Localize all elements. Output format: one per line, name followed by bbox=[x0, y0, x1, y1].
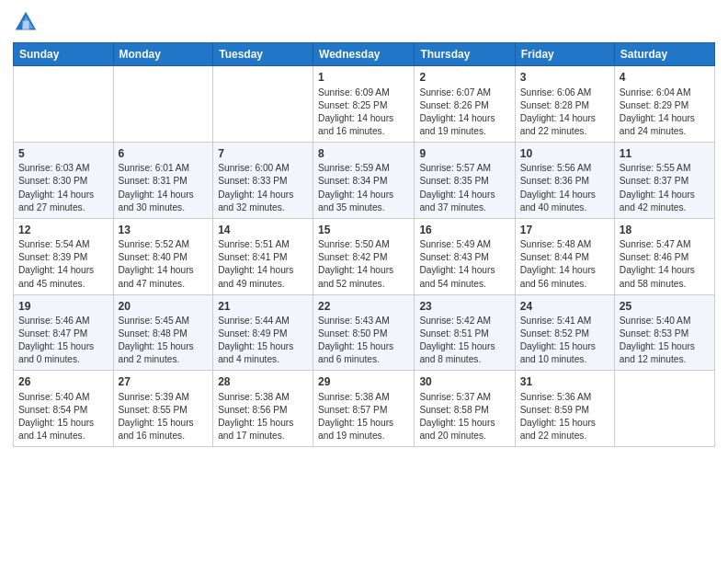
day-number: 17 bbox=[520, 223, 609, 238]
day-number: 31 bbox=[520, 374, 609, 390]
day-number: 15 bbox=[318, 223, 409, 238]
calendar-cell: 13Sunrise: 5:52 AMSunset: 8:40 PMDayligh… bbox=[113, 218, 213, 294]
calendar-cell: 28Sunrise: 5:38 AMSunset: 8:56 PMDayligh… bbox=[213, 371, 313, 447]
day-number: 4 bbox=[620, 70, 710, 86]
calendar-cell: 9Sunrise: 5:57 AMSunset: 8:35 PMDaylight… bbox=[415, 142, 515, 218]
calendar-cell: 12Sunrise: 5:54 AMSunset: 8:39 PMDayligh… bbox=[14, 218, 114, 294]
calendar-week-row: 19Sunrise: 5:46 AMSunset: 8:47 PMDayligh… bbox=[14, 294, 715, 371]
logo bbox=[13, 9, 42, 35]
header bbox=[13, 9, 715, 35]
calendar-cell: 20Sunrise: 5:45 AMSunset: 8:48 PMDayligh… bbox=[113, 294, 213, 371]
day-of-week-header: Thursday bbox=[415, 43, 515, 66]
calendar-cell bbox=[213, 66, 313, 143]
calendar-cell: 22Sunrise: 5:43 AMSunset: 8:50 PMDayligh… bbox=[313, 294, 415, 371]
calendar-cell: 11Sunrise: 5:55 AMSunset: 8:37 PMDayligh… bbox=[614, 142, 714, 218]
day-number: 25 bbox=[620, 299, 710, 315]
calendar-cell: 21Sunrise: 5:44 AMSunset: 8:49 PMDayligh… bbox=[213, 294, 313, 371]
calendar-cell: 19Sunrise: 5:46 AMSunset: 8:47 PMDayligh… bbox=[14, 294, 114, 371]
calendar-cell: 30Sunrise: 5:37 AMSunset: 8:58 PMDayligh… bbox=[415, 371, 515, 447]
day-number: 12 bbox=[18, 223, 108, 238]
day-of-week-header: Monday bbox=[113, 43, 213, 66]
day-number: 21 bbox=[218, 299, 308, 315]
day-number: 26 bbox=[18, 374, 108, 390]
day-number: 19 bbox=[18, 299, 108, 315]
day-number: 24 bbox=[520, 299, 609, 315]
calendar-cell: 23Sunrise: 5:42 AMSunset: 8:51 PMDayligh… bbox=[415, 294, 515, 371]
calendar-cell: 25Sunrise: 5:40 AMSunset: 8:53 PMDayligh… bbox=[614, 294, 714, 371]
calendar-cell: 7Sunrise: 6:00 AMSunset: 8:33 PMDaylight… bbox=[213, 142, 313, 218]
svg-rect-2 bbox=[23, 21, 29, 30]
day-number: 2 bbox=[419, 70, 509, 86]
calendar-week-row: 1Sunrise: 6:09 AMSunset: 8:25 PMDaylight… bbox=[14, 66, 715, 143]
calendar-cell bbox=[113, 66, 213, 143]
calendar-cell: 16Sunrise: 5:49 AMSunset: 8:43 PMDayligh… bbox=[415, 218, 515, 294]
calendar-cell: 5Sunrise: 6:03 AMSunset: 8:30 PMDaylight… bbox=[14, 142, 114, 218]
day-number: 10 bbox=[520, 146, 609, 162]
calendar-cell: 24Sunrise: 5:41 AMSunset: 8:52 PMDayligh… bbox=[515, 294, 614, 371]
page: SundayMondayTuesdayWednesdayThursdayFrid… bbox=[0, 0, 728, 563]
calendar-cell: 15Sunrise: 5:50 AMSunset: 8:42 PMDayligh… bbox=[313, 218, 415, 294]
calendar-cell: 14Sunrise: 5:51 AMSunset: 8:41 PMDayligh… bbox=[213, 218, 313, 294]
calendar-week-row: 26Sunrise: 5:40 AMSunset: 8:54 PMDayligh… bbox=[14, 371, 715, 447]
calendar-cell: 1Sunrise: 6:09 AMSunset: 8:25 PMDaylight… bbox=[313, 66, 415, 143]
day-number: 13 bbox=[119, 223, 209, 238]
day-number: 9 bbox=[419, 146, 509, 162]
day-of-week-header: Sunday bbox=[14, 43, 114, 66]
calendar-cell: 2Sunrise: 6:07 AMSunset: 8:26 PMDaylight… bbox=[415, 66, 515, 143]
calendar-cell: 3Sunrise: 6:06 AMSunset: 8:28 PMDaylight… bbox=[515, 66, 614, 143]
calendar-cell: 4Sunrise: 6:04 AMSunset: 8:29 PMDaylight… bbox=[614, 66, 714, 143]
day-of-week-header: Wednesday bbox=[313, 43, 415, 66]
day-of-week-header: Friday bbox=[515, 43, 614, 66]
day-number: 7 bbox=[218, 146, 308, 162]
calendar-cell: 8Sunrise: 5:59 AMSunset: 8:34 PMDaylight… bbox=[313, 142, 415, 218]
day-of-week-header: Tuesday bbox=[213, 43, 313, 66]
day-number: 20 bbox=[119, 299, 209, 315]
calendar-cell: 6Sunrise: 6:01 AMSunset: 8:31 PMDaylight… bbox=[113, 142, 213, 218]
day-number: 29 bbox=[318, 374, 409, 390]
calendar-table: SundayMondayTuesdayWednesdayThursdayFrid… bbox=[13, 42, 715, 447]
calendar-cell: 17Sunrise: 5:48 AMSunset: 8:44 PMDayligh… bbox=[515, 218, 614, 294]
calendar-cell bbox=[14, 66, 114, 143]
day-number: 3 bbox=[520, 70, 609, 86]
day-number: 5 bbox=[18, 146, 108, 162]
day-number: 30 bbox=[419, 374, 509, 390]
day-number: 8 bbox=[318, 146, 409, 162]
day-number: 22 bbox=[318, 299, 409, 315]
day-number: 1 bbox=[318, 70, 409, 86]
calendar-cell: 27Sunrise: 5:39 AMSunset: 8:55 PMDayligh… bbox=[113, 371, 213, 447]
day-number: 27 bbox=[119, 374, 209, 390]
calendar-week-row: 12Sunrise: 5:54 AMSunset: 8:39 PMDayligh… bbox=[14, 218, 715, 294]
calendar-cell: 18Sunrise: 5:47 AMSunset: 8:46 PMDayligh… bbox=[614, 218, 714, 294]
day-number: 14 bbox=[218, 223, 308, 238]
day-number: 23 bbox=[419, 299, 509, 315]
day-number: 16 bbox=[419, 223, 509, 238]
calendar-cell: 26Sunrise: 5:40 AMSunset: 8:54 PMDayligh… bbox=[14, 371, 114, 447]
day-of-week-header: Saturday bbox=[614, 43, 714, 66]
calendar-cell: 31Sunrise: 5:36 AMSunset: 8:59 PMDayligh… bbox=[515, 371, 614, 447]
day-number: 18 bbox=[620, 223, 710, 238]
logo-icon bbox=[13, 9, 39, 35]
calendar-header-row: SundayMondayTuesdayWednesdayThursdayFrid… bbox=[14, 43, 715, 66]
calendar-cell: 10Sunrise: 5:56 AMSunset: 8:36 PMDayligh… bbox=[515, 142, 614, 218]
day-number: 11 bbox=[620, 146, 710, 162]
day-number: 28 bbox=[218, 374, 308, 390]
calendar-week-row: 5Sunrise: 6:03 AMSunset: 8:30 PMDaylight… bbox=[14, 142, 715, 218]
day-number: 6 bbox=[119, 146, 209, 162]
calendar-cell bbox=[614, 371, 714, 447]
calendar-cell: 29Sunrise: 5:38 AMSunset: 8:57 PMDayligh… bbox=[313, 371, 415, 447]
